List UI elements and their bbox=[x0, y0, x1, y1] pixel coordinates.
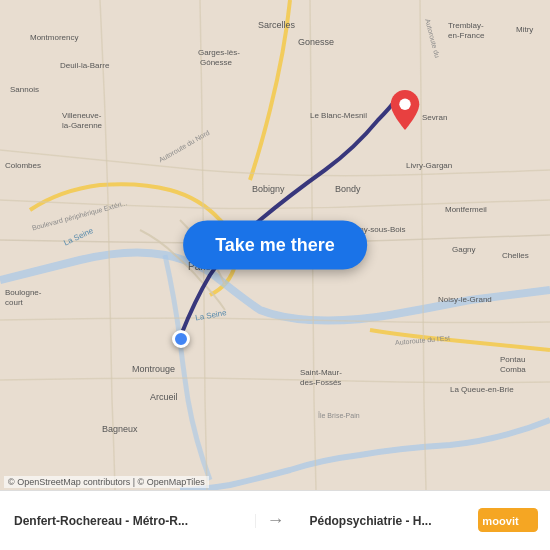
arrow-icon: → bbox=[267, 510, 285, 531]
svg-text:Boulogne-: Boulogne- bbox=[5, 288, 42, 297]
svg-text:Bagneux: Bagneux bbox=[102, 424, 138, 434]
svg-text:Villeneuve-: Villeneuve- bbox=[62, 111, 102, 120]
svg-text:Deuil-la-Barre: Deuil-la-Barre bbox=[60, 61, 110, 70]
svg-text:Montrouge: Montrouge bbox=[132, 364, 175, 374]
footer-arrow: → bbox=[256, 510, 296, 531]
svg-text:La Queue-en-Brie: La Queue-en-Brie bbox=[450, 385, 514, 394]
origin-marker bbox=[172, 330, 190, 348]
svg-text:Le Blanc-Mesnil: Le Blanc-Mesnil bbox=[310, 111, 367, 120]
svg-text:Pontau: Pontau bbox=[500, 355, 525, 364]
svg-text:Comba: Comba bbox=[500, 365, 526, 374]
svg-text:Bobigny: Bobigny bbox=[252, 184, 285, 194]
destination-marker bbox=[390, 90, 420, 134]
svg-text:Île Brise-Pain: Île Brise-Pain bbox=[317, 411, 360, 419]
svg-text:Gónesse: Gónesse bbox=[200, 58, 233, 67]
svg-text:Sannois: Sannois bbox=[10, 85, 39, 94]
moovit-logo: moovit bbox=[478, 500, 538, 540]
svg-text:Chelles: Chelles bbox=[502, 251, 529, 260]
svg-text:des-Fossés: des-Fossés bbox=[300, 378, 341, 387]
svg-text:Sevran: Sevran bbox=[422, 113, 447, 122]
svg-text:Garges-lès-: Garges-lès- bbox=[198, 48, 240, 57]
footer-bar: Denfert-Rochereau - Métro-R... → Pédopsy… bbox=[0, 490, 550, 550]
svg-text:Mitry: Mitry bbox=[516, 25, 533, 34]
footer-origin: Denfert-Rochereau - Métro-R... bbox=[0, 514, 256, 528]
svg-text:Tremblay-: Tremblay- bbox=[448, 21, 484, 30]
svg-point-43 bbox=[399, 99, 410, 110]
svg-text:court: court bbox=[5, 298, 24, 307]
svg-text:Arcueil: Arcueil bbox=[150, 392, 178, 402]
svg-text:Montmorency: Montmorency bbox=[30, 33, 78, 42]
take-me-there-button[interactable]: Take me there bbox=[183, 221, 367, 270]
svg-text:Gagny: Gagny bbox=[452, 245, 476, 254]
svg-text:Noisy-le-Grand: Noisy-le-Grand bbox=[438, 295, 492, 304]
map-container: Sarcelles Montmorency Deuil-la-Barre Gar… bbox=[0, 0, 550, 490]
svg-text:moovit: moovit bbox=[482, 515, 519, 527]
svg-text:Colombes: Colombes bbox=[5, 161, 41, 170]
destination-label: Pédopsychiatrie - H... bbox=[310, 514, 432, 528]
svg-text:Gonesse: Gonesse bbox=[298, 37, 334, 47]
svg-text:Livry-Gargan: Livry-Gargan bbox=[406, 161, 452, 170]
svg-text:Montfermeil: Montfermeil bbox=[445, 205, 487, 214]
map-attribution: © OpenStreetMap contributors | © OpenMap… bbox=[4, 476, 209, 488]
svg-text:la-Garenne: la-Garenne bbox=[62, 121, 103, 130]
svg-text:Bondy: Bondy bbox=[335, 184, 361, 194]
svg-text:Sarcelles: Sarcelles bbox=[258, 20, 296, 30]
svg-text:Saint-Maur-: Saint-Maur- bbox=[300, 368, 342, 377]
svg-text:en-France: en-France bbox=[448, 31, 485, 40]
origin-label: Denfert-Rochereau - Métro-R... bbox=[14, 514, 188, 528]
